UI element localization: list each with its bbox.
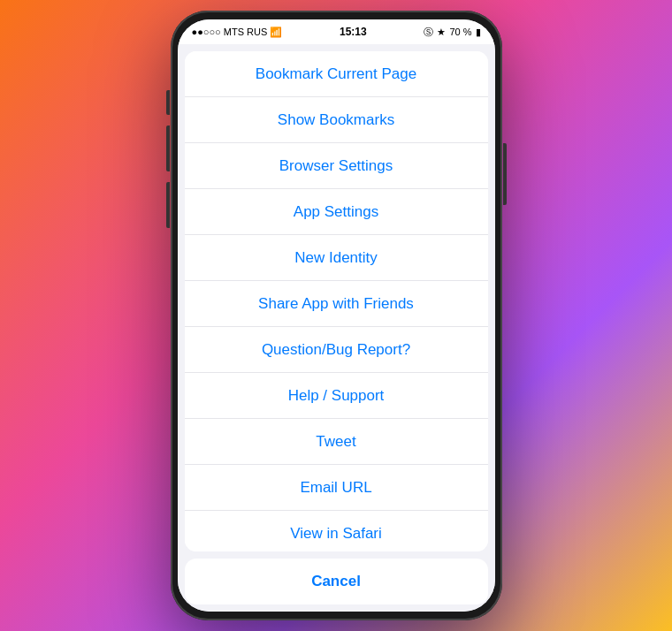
- menu-item-browser-settings[interactable]: Browser Settings: [185, 143, 488, 189]
- power-button: [503, 143, 507, 205]
- menu-item-email-url[interactable]: Email URL: [185, 465, 488, 511]
- wifi-icon: 📶: [270, 27, 282, 38]
- phone-screen: ●●○○○ MTS RUS 📶 15:13 Ⓢ ★ 70 % ▮ Bookmar…: [178, 19, 495, 612]
- menu-item-label-share-app-with-friends: Share App with Friends: [258, 295, 414, 313]
- menu-item-label-question-bug-report: Question/Bug Report?: [262, 341, 410, 359]
- menu-item-label-view-in-safari: View in Safari: [290, 525, 382, 543]
- menu-item-label-help-support: Help / Support: [288, 387, 385, 405]
- menu-item-question-bug-report[interactable]: Question/Bug Report?: [185, 327, 488, 373]
- bluetooth-icon: ★: [437, 27, 446, 38]
- carrier-text: ●●○○○ MTS RUS: [192, 27, 268, 37]
- menu-item-label-bookmark-current-page: Bookmark Current Page: [256, 65, 416, 83]
- phone-frame: ●●○○○ MTS RUS 📶 15:13 Ⓢ ★ 70 % ▮ Bookmar…: [171, 11, 502, 620]
- menu-item-label-tweet: Tweet: [316, 433, 355, 451]
- battery-text: 70 %: [449, 27, 471, 37]
- status-right: Ⓢ ★ 70 % ▮: [424, 26, 480, 39]
- menu-item-bookmark-current-page[interactable]: Bookmark Current Page: [185, 51, 488, 97]
- status-time: 15:13: [340, 26, 367, 38]
- status-bar: ●●○○○ MTS RUS 📶 15:13 Ⓢ ★ 70 % ▮: [178, 19, 495, 44]
- volume-down-button: [166, 182, 170, 228]
- menu-item-help-support[interactable]: Help / Support: [185, 373, 488, 419]
- menu-item-label-new-identity: New Identity: [294, 249, 378, 267]
- menu-list: Bookmark Current PageShow BookmarksBrows…: [185, 51, 488, 551]
- battery-icon: ▮: [476, 27, 481, 38]
- menu-item-label-show-bookmarks: Show Bookmarks: [278, 111, 394, 129]
- menu-item-view-in-safari[interactable]: View in Safari: [185, 511, 488, 551]
- menu-item-new-identity[interactable]: New Identity: [185, 235, 488, 281]
- mute-button: [166, 90, 170, 115]
- menu-item-label-email-url: Email URL: [300, 479, 371, 497]
- volume-up-button: [166, 125, 170, 171]
- menu-item-app-settings[interactable]: App Settings: [185, 189, 488, 235]
- menu-item-label-app-settings: App Settings: [294, 203, 378, 221]
- menu-item-label-browser-settings: Browser Settings: [279, 157, 393, 175]
- cancel-button[interactable]: Cancel: [185, 559, 488, 604]
- location-icon: Ⓢ: [424, 26, 433, 39]
- menu-item-share-app-with-friends[interactable]: Share App with Friends: [185, 281, 488, 327]
- menu-sheet-area: Bookmark Current PageShow BookmarksBrows…: [178, 44, 495, 612]
- status-left: ●●○○○ MTS RUS 📶: [192, 27, 283, 38]
- cancel-label: Cancel: [311, 573, 361, 590]
- menu-item-show-bookmarks[interactable]: Show Bookmarks: [185, 97, 488, 143]
- menu-item-tweet[interactable]: Tweet: [185, 419, 488, 465]
